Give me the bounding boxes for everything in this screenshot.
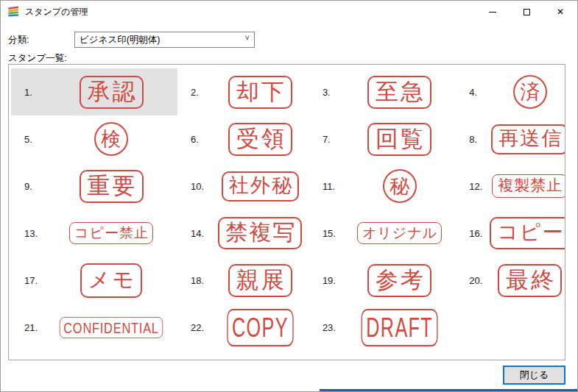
stamp-cell[interactable]: 20.最終 [456, 257, 565, 304]
stamp-area: 再送信 [490, 124, 565, 154]
stamp-number: 8. [456, 134, 490, 145]
stamp-number: 1. [11, 87, 45, 98]
stamp-cell[interactable]: 13.コピー禁止 [11, 210, 177, 257]
stamp-preview: 検 [94, 122, 128, 156]
stamp-preview: 再送信 [491, 124, 565, 154]
chevron-down-icon: ˅ [245, 33, 250, 42]
stamp-cell[interactable]: 9.重要 [11, 163, 177, 210]
stamp-area: 禁複写 [211, 217, 309, 249]
stamp-manager-dialog: { "window": { "title": "スタンプの管理" }, "ico… [0, 0, 578, 392]
resize-grip[interactable] [572, 385, 574, 387]
app-icon [7, 6, 20, 18]
stamp-cell[interactable]: 3.至急 [309, 68, 456, 115]
stamp-area: 最終 [490, 264, 565, 297]
stamp-preview: コピー禁止 [69, 222, 153, 244]
stamp-cell[interactable]: 1.承認 [11, 68, 177, 115]
stamp-number: 14. [177, 228, 211, 239]
stamp-number: 11. [309, 181, 343, 192]
stamp-cell[interactable]: 22.COPY [177, 304, 309, 351]
stamp-preview: 重要 [80, 170, 144, 203]
stamp-cell[interactable]: 7.回覧 [309, 115, 456, 163]
stamp-number: 3. [309, 87, 343, 98]
stamp-preview: 至急 [367, 76, 431, 109]
stamp-cell[interactable]: 14.禁複写 [177, 210, 309, 257]
stamp-number: 6. [177, 134, 211, 145]
stamp-preview: コピー [490, 217, 565, 249]
category-combobox[interactable]: ビジネス印(明朝体) ˅ [74, 32, 255, 48]
window-title: スタンプの管理 [25, 6, 88, 18]
stamp-number: 2. [177, 87, 211, 98]
stamp-cell[interactable]: 18.親展 [177, 257, 309, 304]
stamp-cell[interactable]: 5.検 [11, 115, 177, 163]
close-button[interactable]: 閉じる [503, 366, 565, 385]
stamp-cell[interactable]: 8.再送信 [456, 115, 565, 163]
stamp-number: 16. [456, 228, 490, 239]
stamp-cell[interactable]: 10.社外秘 [177, 163, 309, 210]
stamp-preview: メモ [80, 263, 142, 298]
stamp-preview: 秘 [383, 169, 417, 203]
stamp-preview: 承認 [80, 76, 144, 109]
stamp-number: 20. [456, 275, 490, 286]
stamp-area: 済 [490, 75, 565, 109]
stamp-cell[interactable]: 16.コピー [456, 210, 565, 257]
stamp-area: 親展 [211, 264, 309, 297]
stamp-area: CONFIDENTIAL [45, 317, 177, 338]
stamp-area: 承認 [45, 76, 177, 109]
stamp-area: DRAFT [343, 309, 456, 346]
maximize-button[interactable] [510, 1, 543, 23]
stamp-cell[interactable]: 21.CONFIDENTIAL [11, 304, 177, 351]
stamp-preview: DRAFT [361, 309, 437, 346]
stamp-area: 却下 [211, 76, 309, 109]
stamp-cell[interactable]: 4.済 [456, 68, 565, 115]
stamp-number: 21. [11, 322, 45, 333]
stamp-area: オリジナル [343, 222, 456, 244]
stamp-number: 7. [309, 134, 343, 145]
stamp-list-label: スタンプ一覧: [8, 52, 67, 65]
stamp-area: 回覧 [343, 123, 456, 156]
stamp-number: 23. [309, 322, 343, 333]
stamp-preview: オリジナル [357, 222, 442, 244]
stamp-number: 12. [456, 181, 490, 192]
stamp-preview: 済 [513, 75, 547, 109]
minimize-button[interactable] [476, 1, 510, 23]
close-icon: ✕ [557, 7, 564, 16]
stamp-preview: 最終 [498, 264, 562, 297]
category-selected-value: ビジネス印(明朝体) [80, 34, 161, 46]
stamp-number: 5. [11, 134, 45, 145]
stamp-area: コピー禁止 [45, 222, 177, 244]
minimize-icon [489, 12, 496, 13]
stamp-cell[interactable]: 11.秘 [309, 163, 456, 210]
stamp-area: 複製禁止 [490, 174, 565, 198]
stamp-cell[interactable]: 17.メモ [11, 257, 177, 304]
titlebar-close-button[interactable]: ✕ [543, 1, 577, 23]
stamp-preview: 参考 [367, 264, 431, 297]
stamp-area: COPY [211, 309, 309, 346]
stamp-cell[interactable]: 19.参考 [309, 257, 456, 304]
stamp-number: 15. [309, 228, 343, 239]
stamp-number: 13. [11, 228, 45, 239]
stamp-cell[interactable]: 23.DRAFT [309, 304, 456, 351]
stamp-area: 受領 [211, 123, 309, 156]
stamp-area: メモ [45, 263, 177, 298]
stamp-number: 19. [309, 275, 343, 286]
stamp-number: 17. [11, 275, 45, 286]
stamp-area: 社外秘 [211, 171, 309, 202]
stamp-area: 検 [45, 122, 177, 156]
stamp-preview: COPY [227, 309, 293, 346]
stamp-cell[interactable]: 6.受領 [177, 115, 309, 163]
stamp-area: 秘 [343, 169, 456, 203]
stamp-number: 22. [177, 322, 211, 333]
stamp-preview: 社外秘 [222, 171, 299, 202]
maximize-icon [524, 9, 530, 15]
stamp-listbox: 1.承認2.却下3.至急4.済5.検6.受領7.回覧8.再送信9.重要10.社外… [8, 64, 565, 360]
stamp-preview: 禁複写 [218, 217, 302, 249]
stamp-preview: CONFIDENTIAL [60, 317, 163, 338]
stamp-preview: 複製禁止 [492, 174, 565, 198]
stamp-number: 9. [11, 181, 45, 192]
stamp-cell[interactable]: 2.却下 [177, 68, 309, 115]
stamp-cell[interactable]: 15.オリジナル [309, 210, 456, 257]
stamp-area: 至急 [343, 76, 456, 109]
stamp-preview: 受領 [228, 123, 292, 156]
caption-buttons: ✕ [476, 1, 577, 23]
stamp-cell[interactable]: 12.複製禁止 [456, 163, 565, 210]
